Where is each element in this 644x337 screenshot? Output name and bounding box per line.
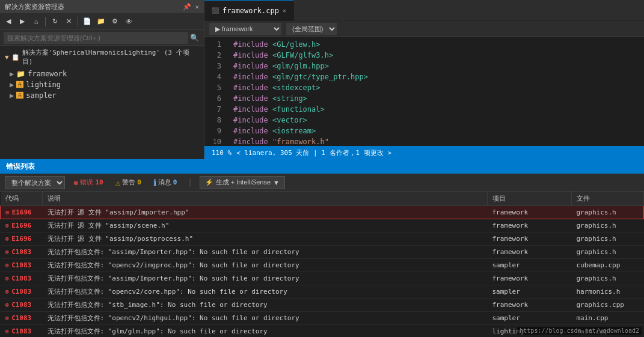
table-row[interactable]: ⊗E1696无法打开 源 文件 "assimp/postprocess.h"fr…: [1, 232, 644, 246]
error-file: graphics.cpp: [572, 299, 644, 312]
build-label: 生成 + IntelliSense: [216, 178, 271, 187]
error-project: framework: [488, 272, 572, 285]
forward-button[interactable]: ▶: [16, 16, 28, 28]
error-file: graphics.h: [572, 219, 644, 232]
error-row-icon: ⊗: [5, 235, 10, 243]
col-header-code[interactable]: 代码: [1, 192, 43, 206]
error-file: graphics.h: [572, 232, 644, 246]
code-line-10: #include "framework.h": [233, 136, 639, 146]
error-count-badge[interactable]: ⊗ 错误 10: [70, 177, 107, 188]
error-row-icon: ⊗: [5, 327, 10, 335]
close-icon[interactable]: ✕: [195, 3, 199, 11]
error-table[interactable]: 代码 说明 项目 文件 ⊗E1696无法打开 源 文件 "assimp/Impo…: [0, 192, 644, 337]
error-description: 无法打开包括文件: "stb_image.h": No such file or…: [43, 299, 488, 312]
error-badge-label: 错误: [80, 178, 93, 187]
error-project: sampler: [488, 259, 572, 272]
error-file: harmonics.h: [572, 285, 644, 299]
warning-count: 0: [137, 178, 141, 186]
sidebar-item-lighting[interactable]: ▶ 🅰 lighting: [0, 79, 204, 90]
home-button[interactable]: ⌂: [30, 16, 42, 28]
editor-area: ⬛ framework.cpp ✕ ▶ framework (全局范围) 123…: [204, 0, 644, 159]
refresh-button[interactable]: ↻: [49, 16, 61, 28]
back-button[interactable]: ◀: [2, 16, 14, 28]
editor-content: 12345 67891011 #include <GL/glew.h> #inc…: [204, 37, 644, 146]
folder-icon: 🅰: [16, 80, 23, 89]
error-project: sampler: [488, 312, 572, 325]
error-project: framework: [488, 299, 572, 312]
error-code: E1696: [11, 235, 31, 243]
sep2: [78, 17, 78, 26]
search-button[interactable]: 🔍: [188, 32, 200, 44]
search-bar: 🔍: [0, 30, 204, 46]
titlebar-icons: 📌 ✕: [183, 3, 199, 11]
col-header-project[interactable]: 项目: [488, 192, 572, 206]
tab-icon: ⬛: [212, 7, 219, 14]
chevron-icon: ▶: [10, 70, 14, 78]
info-badge-label: 消息: [158, 178, 171, 187]
pin-icon[interactable]: 📌: [183, 3, 191, 11]
solution-label: 解决方案'SphericalHarmonicsLighting' (3 个项目): [22, 48, 199, 66]
col-header-file[interactable]: 文件: [572, 192, 644, 206]
error-code: C1083: [11, 261, 31, 269]
error-file: graphics.h: [572, 272, 644, 285]
watermark: https://blog.csdn.net/wodownload2: [517, 327, 642, 335]
sidebar-titlebar: 解决方案资源管理器 📌 ✕: [0, 0, 204, 13]
scope-selector[interactable]: (全局范围): [286, 23, 337, 35]
solution-header[interactable]: ▼ 📋 解决方案'SphericalHarmonicsLighting' (3 …: [0, 46, 204, 68]
info-count: 0: [173, 178, 177, 186]
sidebar-toolbar: ◀ ▶ ⌂ ↻ ✕ 📄 📁 ⚙ 👁: [0, 13, 204, 30]
error-file: cubemap.cpp: [572, 259, 644, 272]
error-row-icon: ⊗: [5, 261, 10, 269]
error-description: 无法打开包括文件: "opencv2/core.hpp": No such fi…: [43, 285, 488, 299]
table-row[interactable]: ⊗C1083无法打开包括文件: "opencv2/highgui.hpp": N…: [1, 312, 644, 325]
col-header-desc[interactable]: 说明: [43, 192, 488, 206]
error-row-icon: ⊗: [5, 288, 10, 296]
table-row[interactable]: ⊗C1083无法打开包括文件: "assimp/Importer.hpp": N…: [1, 272, 644, 285]
error-description: 无法打开 源 文件 "assimp/scene.h": [43, 219, 488, 232]
sidebar-item-sampler[interactable]: ▶ 🅰 sampler: [0, 90, 204, 101]
error-file: graphics.h: [572, 246, 644, 259]
solution-icon: 📋: [11, 53, 20, 61]
breadcrumb-selector[interactable]: ▶ framework: [209, 23, 281, 35]
error-row-icon: ⊗: [5, 222, 10, 229]
new-file-button[interactable]: 📄: [81, 16, 93, 28]
warning-badge-label: 警告: [122, 178, 135, 187]
search-input[interactable]: [4, 32, 188, 44]
top-area: 解决方案资源管理器 📌 ✕ ◀ ▶ ⌂ ↻ ✕ 📄 📁 ⚙ 👁 🔍: [0, 0, 644, 159]
item-label: sampler: [26, 91, 57, 100]
code-line-8: #include <vector>: [233, 115, 639, 126]
code-area[interactable]: #include <GL/glew.h> #include <GLFW/glfw…: [228, 37, 644, 146]
error-panel-title: 错误列表: [0, 159, 644, 174]
table-row[interactable]: ⊗C1083无法打开包括文件: "opencv2/core.hpp": No s…: [1, 285, 644, 299]
tab-framework-cpp[interactable]: ⬛ framework.cpp ✕: [204, 0, 294, 21]
line-numbers: 12345 67891011: [204, 37, 228, 146]
table-row[interactable]: ⊗C1083无法打开包括文件: "opencv2/imgproc.hpp": N…: [1, 259, 644, 272]
properties-button[interactable]: ⚙: [109, 16, 121, 28]
show-all-button[interactable]: 👁: [123, 16, 135, 28]
table-row[interactable]: ⊗C1083无法打开包括文件: "assimp/Importer.hpp": N…: [1, 246, 644, 259]
scope-dropdown[interactable]: 整个解决方案: [5, 176, 65, 189]
sep1: [45, 17, 46, 26]
editor-toolbar: ▶ framework (全局范围): [204, 21, 644, 37]
code-line-4: #include <glm/gtc/type_ptr.hpp>: [233, 71, 639, 82]
zoom-level: 110 %: [212, 149, 232, 157]
error-project: framework: [488, 206, 572, 219]
table-row[interactable]: ⊗E1696无法打开 源 文件 "assimp/scene.h"framewor…: [1, 219, 644, 232]
folder-icon: 🅰: [16, 91, 23, 100]
sidebar: 解决方案资源管理器 📌 ✕ ◀ ▶ ⌂ ↻ ✕ 📄 📁 ⚙ 👁 🔍: [0, 0, 204, 159]
new-folder-button[interactable]: 📁: [95, 16, 107, 28]
error-description: 无法打开包括文件: "assimp/Importer.hpp": No such…: [43, 272, 488, 285]
stop-button[interactable]: ✕: [63, 16, 75, 28]
warning-count-badge[interactable]: ⚠ 警告 0: [112, 177, 145, 188]
table-row[interactable]: ⊗E1696无法打开 源 文件 "assimp/Importer.hpp"fra…: [1, 206, 644, 219]
tab-close-icon[interactable]: ✕: [283, 7, 286, 14]
code-line-9: #include <iostream>: [233, 126, 639, 136]
error-description: 无法打开包括文件: "glm/glm.hpp": No such file or…: [43, 325, 488, 338]
build-button[interactable]: ⚡ 生成 + IntelliSense ▼: [200, 176, 285, 189]
code-line-5: #include <stdexcept>: [233, 82, 639, 93]
info-count-badge[interactable]: ℹ 消息 0: [150, 177, 181, 188]
error-code: C1083: [11, 314, 31, 322]
sidebar-item-framework[interactable]: ▶ 📁 framework: [0, 68, 204, 79]
code-line-7: #include <functional>: [233, 104, 639, 115]
table-row[interactable]: ⊗C1083无法打开包括文件: "stb_image.h": No such f…: [1, 299, 644, 312]
